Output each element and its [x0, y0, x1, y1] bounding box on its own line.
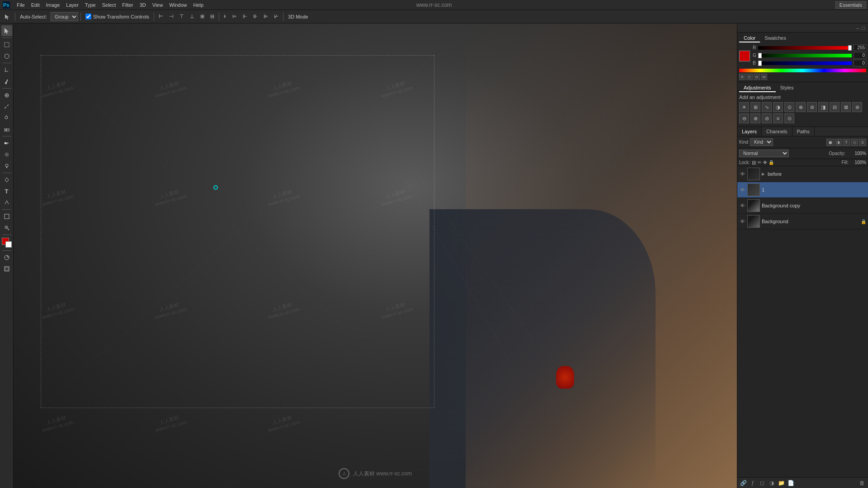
hsl-btn[interactable]: ⊕ [796, 102, 806, 112]
tab-styles[interactable]: Styles [776, 84, 798, 92]
distribute-center-h-btn[interactable]: ⊨ [230, 13, 239, 20]
add-mask-btn[interactable]: ◻ [758, 479, 766, 487]
menu-image[interactable]: Image [43, 1, 63, 9]
brightness-contrast-btn[interactable]: ☀ [739, 102, 749, 112]
lasso-tool[interactable] [1, 51, 12, 61]
red-value[interactable]: 255 [854, 44, 866, 51]
layers-kind-dropdown[interactable]: Kind [750, 138, 773, 146]
selection-tool[interactable] [1, 39, 12, 50]
menu-window[interactable]: Window [166, 1, 190, 9]
black-white-btn[interactable]: ◨ [818, 102, 828, 112]
color-mode-rgb[interactable]: R [739, 74, 745, 80]
add-style-btn[interactable]: ƒ [749, 479, 757, 487]
green-slider[interactable] [758, 54, 852, 57]
layers-list[interactable]: 👁 ▶ before 👁 1 👁 [737, 166, 868, 477]
blend-mode-dropdown[interactable]: Normal [739, 150, 789, 157]
blue-value[interactable]: 0 [854, 60, 866, 66]
menu-file[interactable]: File [14, 1, 28, 9]
layer-item-background[interactable]: 👁 Background 🔒 [737, 214, 868, 230]
canvas-area[interactable]: 人人素材www.rr-sc.com 人人素材www.rr-sc.com 人人素材… [14, 23, 737, 488]
new-fill-btn[interactable]: ◑ [768, 479, 776, 487]
color-mode-hsb[interactable]: H [754, 74, 760, 80]
menu-type[interactable]: Type [82, 1, 99, 9]
eraser-tool[interactable] [1, 124, 12, 135]
menu-3d[interactable]: 3D [137, 1, 149, 9]
filter-shape-btn[interactable]: ◇ [851, 139, 858, 146]
distribute-center-v-btn[interactable]: ⊫ [261, 13, 270, 20]
selective-color-btn[interactable]: ⊙ [784, 113, 794, 123]
show-transform-checkbox[interactable] [85, 14, 91, 19]
layer-item-before[interactable]: 👁 ▶ before [737, 166, 868, 182]
path-tool[interactable] [1, 197, 12, 208]
gradient-tool[interactable] [1, 138, 12, 149]
zoom-tool[interactable] [1, 222, 12, 233]
spectrum-bar[interactable] [739, 69, 866, 72]
new-layer-btn[interactable]: 📄 [787, 479, 795, 487]
lock-image-btn[interactable]: ✏ [758, 160, 761, 165]
brush-tool[interactable] [1, 101, 12, 112]
filter-pixel-btn[interactable]: ◼ [826, 139, 834, 146]
quick-mask-tool[interactable] [1, 252, 12, 263]
gradient-map-btn[interactable]: ≡ [773, 113, 783, 123]
workspace-button[interactable]: Essentials [835, 1, 866, 9]
tab-swatches[interactable]: Swatches [760, 34, 791, 42]
pen-tool[interactable] [1, 174, 12, 185]
posterize-btn[interactable]: ⊗ [750, 113, 760, 123]
menu-help[interactable]: Help [190, 1, 207, 9]
tab-color[interactable]: Color [739, 34, 760, 42]
menu-edit[interactable]: Edit [28, 1, 43, 9]
layer-item-1[interactable]: 👁 1 [737, 182, 868, 198]
panel-collapse-btn[interactable]: □ [860, 25, 866, 31]
screen-mode-tool[interactable] [1, 263, 12, 274]
distribute-right-btn[interactable]: ⊩ [241, 13, 250, 20]
layer-visibility-bg[interactable]: 👁 [739, 218, 745, 225]
dodge-tool[interactable] [1, 160, 12, 171]
layer-visibility-bg-copy[interactable]: 👁 [739, 202, 745, 209]
color-mode-cmyk[interactable]: C [746, 74, 753, 80]
clone-tool[interactable] [1, 113, 12, 123]
distribute-top-btn[interactable]: ⊪ [251, 13, 260, 20]
align-center-btn[interactable]: ⊣ [167, 13, 176, 20]
align-right-btn[interactable]: ⊤ [177, 13, 186, 20]
vibrance-btn[interactable]: ⊙ [784, 102, 794, 112]
menu-filter[interactable]: Filter [119, 1, 136, 9]
move-tool[interactable] [1, 25, 12, 36]
tab-layers[interactable]: Layers [737, 127, 762, 136]
shape-tool[interactable] [1, 211, 12, 222]
menu-view[interactable]: View [149, 1, 166, 9]
red-slider[interactable] [758, 46, 852, 50]
channel-mixer-btn[interactable]: ⊠ [841, 102, 851, 112]
tab-paths[interactable]: Paths [793, 127, 815, 136]
background-color[interactable] [5, 241, 12, 248]
show-transform-label[interactable]: Show Transform Controls [83, 13, 151, 20]
levels-btn[interactable]: ⊞ [750, 102, 760, 112]
layer-visibility-1[interactable]: 👁 [739, 187, 745, 193]
new-group-btn[interactable]: 📁 [777, 479, 785, 487]
exposure-btn[interactable]: ◑ [773, 102, 783, 112]
healing-tool[interactable] [1, 90, 12, 101]
link-layers-btn[interactable]: 🔗 [739, 479, 747, 487]
color-lookup-btn[interactable]: ⊛ [852, 102, 862, 112]
photo-filter-btn[interactable]: ⊟ [830, 102, 840, 112]
lock-transparent-btn[interactable]: ▧ [752, 160, 756, 165]
threshold-btn[interactable]: ⊘ [762, 113, 772, 123]
align-left-btn[interactable]: ⊢ [156, 13, 165, 20]
delete-layer-btn[interactable]: 🗑 [858, 479, 866, 487]
blue-slider[interactable] [758, 61, 852, 65]
lock-position-btn[interactable]: ✥ [763, 160, 767, 165]
filter-type-btn[interactable]: T [843, 139, 850, 146]
color-swatches[interactable] [2, 238, 12, 248]
crop-tool[interactable] [1, 65, 12, 75]
curves-btn[interactable]: ∿ [762, 102, 772, 112]
filter-adjust-btn[interactable]: ◑ [835, 139, 842, 146]
color-web-safe[interactable]: W [761, 74, 767, 80]
color-swatch[interactable] [739, 51, 750, 61]
panel-minimize-btn[interactable]: – [855, 25, 860, 31]
menu-layer[interactable]: Layer [63, 1, 82, 9]
distribute-left-btn[interactable]: ⊧ [222, 13, 229, 20]
color-balance-btn[interactable]: ⊜ [807, 102, 817, 112]
text-tool[interactable]: T [1, 186, 12, 197]
blur-tool[interactable] [1, 149, 12, 160]
tab-adjustments[interactable]: Adjustments [739, 84, 776, 92]
green-value[interactable]: 0 [854, 52, 866, 59]
